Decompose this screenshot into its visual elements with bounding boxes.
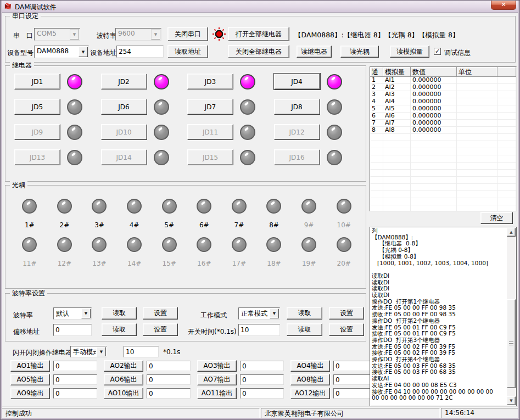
close-serial-button[interactable]: 关闭串口 <box>167 27 208 41</box>
relay-button-JD3[interactable]: JD3 <box>187 74 233 89</box>
flash-mode-select[interactable]: 手动模式 ▼ <box>70 346 107 357</box>
ao-button-AO12输出[interactable]: AO12输出 <box>290 388 330 399</box>
switch-time-set-button[interactable]: 设置 <box>329 323 364 336</box>
relay-button-JD5[interactable]: JD5 <box>14 99 60 115</box>
ao-button-AO2输出[interactable]: AO2输出 <box>104 360 143 372</box>
ao-cell: AO12输出 <box>290 388 377 399</box>
table-row[interactable]: 7AI70.000000 <box>370 120 516 127</box>
table-row[interactable]: 2AI20.000000 <box>370 84 516 91</box>
table-row[interactable]: 1AI10.000000 <box>370 77 516 84</box>
relay-button-JD7[interactable]: JD7 <box>187 99 233 115</box>
offset-address-input[interactable] <box>53 324 92 336</box>
ao-button-AO8输出[interactable]: AO8输出 <box>290 374 330 385</box>
scroll-down-icon[interactable]: ▼ <box>507 396 516 405</box>
device-model-select[interactable]: DAM0888 ▼ <box>34 46 89 58</box>
read-analog-button[interactable]: 读模拟量 <box>390 46 429 58</box>
opto-label: 4# <box>130 221 139 229</box>
column-header[interactable]: 单位 <box>457 67 497 77</box>
table-row[interactable]: 6AI60.000000 <box>370 113 516 120</box>
ao-button-AO10输出[interactable]: AO10输出 <box>104 388 143 399</box>
ao-input-AO5输出[interactable] <box>53 374 97 385</box>
baud-read-button[interactable]: 读取 <box>102 307 137 320</box>
flash-time-input[interactable] <box>124 346 159 357</box>
ao-button-AO3输出[interactable]: AO3输出 <box>197 360 237 372</box>
work-mode-set-button[interactable]: 设置 <box>329 307 364 320</box>
opto-grid: 1#2#3#4#5#6#7#8#9#10#11#12#13#14#15#16#1… <box>12 199 361 285</box>
relay-led-JD16 <box>327 150 342 165</box>
ao-button-AO9输出[interactable]: AO9输出 <box>10 388 50 399</box>
opto-label: 18# <box>267 260 281 267</box>
column-header[interactable]: 数值 <box>411 67 457 77</box>
ao-button-AO6输出[interactable]: AO6输出 <box>104 374 143 385</box>
offset-set-button[interactable]: 设置 <box>143 323 178 336</box>
switch-time-read-button[interactable]: 读取 <box>287 323 322 336</box>
log-scrollbar[interactable]: ▲ ▼ <box>507 228 516 405</box>
relay-button-JD1[interactable]: JD1 <box>14 74 60 89</box>
table-row[interactable] <box>370 148 516 155</box>
ao-input-AO7输出[interactable] <box>240 374 284 385</box>
debug-info-checkbox[interactable]: ✓ <box>434 48 441 55</box>
table-row[interactable] <box>370 191 516 198</box>
table-row[interactable] <box>370 155 516 163</box>
table-row[interactable] <box>370 163 516 170</box>
ao-input-AO10输出[interactable] <box>147 388 191 399</box>
table-row[interactable] <box>370 205 516 211</box>
serial-port-select: COM5 ▼ <box>34 28 80 41</box>
table-row[interactable] <box>370 177 516 184</box>
opto-cell: 7# <box>232 199 247 229</box>
device-address-input[interactable] <box>116 46 164 58</box>
work-mode-read-button[interactable]: 读取 <box>287 307 322 320</box>
table-row[interactable]: 8AI80.000000 <box>370 127 516 134</box>
table-row[interactable] <box>370 141 516 148</box>
close-button[interactable]: ✕ <box>491 1 516 10</box>
relay-button-JD4[interactable]: JD4 <box>274 74 320 89</box>
open-all-relays-button[interactable]: 打开全部继电器 <box>228 27 289 41</box>
ao-button-AO4输出[interactable]: AO4输出 <box>290 360 330 372</box>
ao-button-AO7输出[interactable]: AO7输出 <box>197 374 237 385</box>
ao-input-AO9输出[interactable] <box>53 388 97 399</box>
offset-read-button[interactable]: 读取 <box>102 323 137 336</box>
read-address-button[interactable]: 读取地址 <box>167 45 208 58</box>
table-row[interactable]: 3AI30.000000 <box>370 91 516 98</box>
ao-input-AO2输出[interactable] <box>147 361 191 371</box>
baud-setting-select[interactable]: 默认 ▼ <box>53 307 92 320</box>
ao-button-AO5输出[interactable]: AO5输出 <box>10 374 50 385</box>
column-header[interactable]: 通 <box>370 67 383 77</box>
table-row[interactable] <box>370 134 516 141</box>
relay-button-JD2[interactable]: JD2 <box>101 74 147 89</box>
ao-input-AO6输出[interactable] <box>147 374 191 385</box>
relay-button-JD8[interactable]: JD8 <box>274 99 320 115</box>
relay-cell: JD5 <box>14 99 101 115</box>
ao-input-AO11输出[interactable] <box>240 388 284 399</box>
relay-cell: JD15 <box>187 149 274 165</box>
table-row[interactable] <box>370 170 516 177</box>
column-header[interactable] <box>497 67 516 77</box>
serial-open-indicator-icon <box>211 26 227 44</box>
opto-cell: 20# <box>337 237 351 267</box>
opto-cell: 11# <box>22 237 37 267</box>
read-opto-button[interactable]: 读光耦 <box>340 46 379 58</box>
scroll-up-icon[interactable]: ▲ <box>507 228 516 237</box>
table-row[interactable] <box>370 198 516 205</box>
app-window: DAM调试软件 ✕ 串口设定 串 口 COM5 ▼ 波特率 9600 ▼ 关闭串… <box>0 0 520 420</box>
work-mode-select[interactable]: 正常模式 ▼ <box>238 307 280 320</box>
column-header[interactable]: 模拟量 <box>383 67 411 77</box>
ao-input-AO1输出[interactable] <box>53 361 97 371</box>
table-row[interactable]: 4AI40.000000 <box>370 98 516 105</box>
log-panel[interactable]: 列 【DAM0888】: 【继电器 0-8】 【光耦 0-8】 【模拟量 0-8… <box>370 227 517 406</box>
flash-mode-value: 手动模式 <box>71 346 96 357</box>
clear-log-button[interactable]: 清空 <box>480 212 513 224</box>
ao-button-AO1输出[interactable]: AO1输出 <box>10 360 50 372</box>
relay-button-JD6[interactable]: JD6 <box>101 99 147 115</box>
read-relay-button[interactable]: 读继电器 <box>297 46 332 58</box>
scrollbar-thumb[interactable] <box>507 299 516 388</box>
ao-button-AO11输出[interactable]: AO11输出 <box>197 388 237 399</box>
relay-led-JD6 <box>154 99 169 115</box>
baud-set-button[interactable]: 设置 <box>143 307 178 320</box>
table-row[interactable] <box>370 184 516 191</box>
close-all-relays-button[interactable]: 关闭全部继电器 <box>228 45 289 58</box>
table-row[interactable]: 5AI50.000000 <box>370 105 516 113</box>
ao-cell: AO3输出 <box>197 360 284 372</box>
ao-input-AO3输出[interactable] <box>240 361 284 371</box>
switch-time-input[interactable] <box>238 324 280 336</box>
